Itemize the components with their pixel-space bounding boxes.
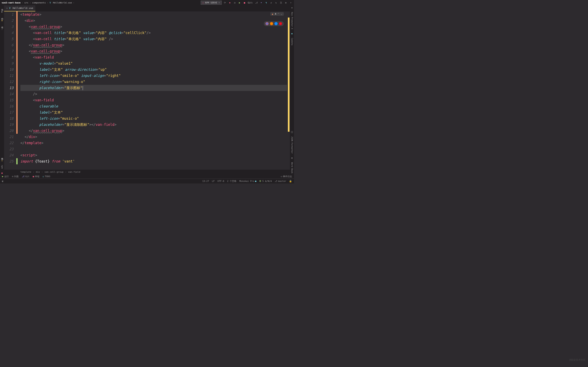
settings-icon[interactable]: ⊞ <box>284 1 287 4</box>
encoding[interactable]: UTF-8 <box>217 180 224 183</box>
codota-icon[interactable]: ◉ <box>291 33 293 35</box>
chevron-down-icon: ▾ <box>218 1 220 4</box>
terminal-icon: ▣ <box>33 175 34 178</box>
code-content[interactable]: <template> <div> <van-cell-group> <van-c… <box>16 11 287 170</box>
branch-icon: ⎇ <box>275 180 277 183</box>
color-scheme[interactable]: Monokai Pro ● <box>239 180 256 183</box>
sidebar-tab-codota[interactable]: Codota <box>291 37 293 46</box>
chrome-icon[interactable] <box>265 22 269 25</box>
sidebar-tab-favorites[interactable]: 收藏夹 <box>1 155 3 157</box>
git-toolbar: ⎇ ➤ ↯ ↺ ↻ <box>255 1 278 4</box>
problems-icon: ⊘ <box>12 175 13 178</box>
firefox-icon[interactable] <box>270 22 273 25</box>
todo-icon: ☑ <box>43 175 44 178</box>
book-icon[interactable]: ▤ <box>291 157 293 159</box>
run-config-label: NPM SERVE <box>205 1 217 4</box>
warning-count: 4 <box>275 13 276 15</box>
status-bar: ◧ 13:27 LF UTF-8 2 个空格 Monokai Pro ● ⛨ 5… <box>0 179 294 184</box>
editor: × V HelloWorld.vue 123456789101112131415… <box>4 5 290 174</box>
tool-run[interactable]: ▶ 运行 <box>2 175 9 178</box>
breadcrumb[interactable]: vue3-vant-base › src › components › V He… <box>2 1 201 4</box>
sidebar-tab-wordbook[interactable]: Word Book <box>291 161 293 174</box>
warning-icon: ▲ <box>272 13 273 15</box>
editor-scrollbar[interactable] <box>287 11 290 170</box>
chevron-right-icon: › <box>42 171 43 173</box>
git-branch[interactable]: ⎇ master <box>275 180 286 183</box>
power-save[interactable]: ⛨ 5 Δ/N/A <box>259 180 272 183</box>
reload-icon[interactable]: ⟳ <box>223 1 227 4</box>
bookmark-icon[interactable]: ☆ <box>1 28 3 30</box>
run-button[interactable]: ▶ <box>238 1 241 4</box>
translate-icon[interactable]: 文 <box>279 1 283 4</box>
vue-file-icon: V <box>9 7 10 9</box>
sidebar-tab-bookmarks[interactable]: 书签 <box>1 24 3 26</box>
close-icon[interactable]: × <box>6 7 8 10</box>
history-icon[interactable]: ↺ <box>269 1 273 4</box>
tool-event-log[interactable]: ▭ 事件日志 <box>281 175 292 178</box>
safari-icon[interactable] <box>274 22 278 25</box>
tab-filename: HelloWorld.vue <box>13 7 33 9</box>
tool-terminal[interactable]: ▣ 终端 <box>33 175 39 178</box>
opera-icon[interactable] <box>279 22 282 25</box>
stop-button[interactable]: ■ <box>243 1 246 4</box>
project-icon[interactable]: ◧ <box>1 11 3 13</box>
editor-tab-active[interactable]: × V HelloWorld.vue <box>4 5 35 11</box>
plugin-icon[interactable]: ◈ <box>291 7 293 9</box>
cursor-position[interactable]: 13:27 <box>202 180 209 183</box>
sidebar-tab-npm[interactable]: npm <box>1 164 3 169</box>
json-icon[interactable]: {} <box>291 131 293 133</box>
star-icon[interactable]: ★ <box>1 159 3 162</box>
run-configuration-selector[interactable]: ⬚ NPM SERVE ▾ <box>201 1 222 5</box>
theme-dot-icon: ● <box>255 180 256 183</box>
sidebar-tab-project[interactable]: 项目 <box>1 7 3 8</box>
chevron-right-icon: › <box>65 171 67 173</box>
search-icon[interactable]: ⌕ <box>289 1 292 4</box>
tool-window-bar: ▶ 运行 ⊘ 问题 ⎇ Git ▣ 终端 ☑ TODO ▭ 事件日志 <box>0 174 294 179</box>
lock-icon[interactable]: 🔒 <box>289 180 292 183</box>
breadcrumb-node[interactable]: div <box>36 171 40 173</box>
breadcrumb-segment[interactable]: components <box>32 1 46 4</box>
sidebar-tab-structure[interactable]: 结构 <box>1 15 3 17</box>
scrollbar-thumb[interactable] <box>288 17 290 132</box>
run-icon: ▶ <box>2 175 3 178</box>
breadcrumb-node[interactable]: van-field <box>68 171 80 173</box>
editor-tab-bar: × V HelloWorld.vue <box>4 5 290 11</box>
breadcrumb-node[interactable]: template <box>20 171 31 173</box>
debug-icon[interactable]: ✱ <box>228 1 232 4</box>
push-icon[interactable]: ➤ <box>260 1 263 4</box>
status-indicator-icon[interactable]: ◧ <box>2 180 3 183</box>
breadcrumb-node[interactable]: van-cell-group <box>44 171 63 173</box>
vue-file-icon: V <box>50 1 51 4</box>
rollback-icon[interactable]: ↻ <box>274 1 278 4</box>
structure-icon[interactable]: ⊟ <box>1 19 3 22</box>
tool-git[interactable]: ⎇ Git <box>22 175 29 178</box>
pull-icon[interactable]: ↯ <box>265 1 268 4</box>
line-separator[interactable]: LF <box>212 180 215 183</box>
toolbar-right: ⬚ NPM SERVE ▾ ⟳ ✱ ◔ ▶ ■ Git: ⎇ ➤ ↯ ↺ ↻ 文… <box>201 1 292 5</box>
nav-down-icon[interactable]: ⌄ <box>281 13 282 15</box>
line-number-gutter: 1234567891011121314151617181920212223242… <box>4 11 16 170</box>
structure-breadcrumb[interactable]: template › div › van-cell-group › van-fi… <box>4 170 290 174</box>
npm-icon: ⬚ <box>203 1 204 4</box>
git-label: Git: <box>248 1 253 4</box>
code-editor[interactable]: 1234567891011121314151617181920212223242… <box>4 11 290 170</box>
breadcrumb-file[interactable]: HelloWorld.vue <box>53 1 72 4</box>
branch-icon[interactable]: ⎇ <box>255 1 258 4</box>
inspection-widget[interactable]: ▲ 4 ^ ⌄ <box>270 12 284 16</box>
sidebar-tab-json[interactable]: JSON Formatter <box>291 136 293 154</box>
git-icon: ⎇ <box>22 175 25 178</box>
sidebar-tab-keypromoter[interactable]: Key Promoter X <box>291 11 293 30</box>
nav-up-icon[interactable]: ^ <box>278 13 279 15</box>
shield-icon: ⛨ <box>259 180 261 183</box>
log-icon: ▭ <box>281 175 282 178</box>
tool-todo[interactable]: ☑ TODO <box>43 175 50 178</box>
chevron-right-icon: › <box>22 1 23 4</box>
breadcrumb-segment[interactable]: src <box>24 1 28 4</box>
npm-icon[interactable]: ▣ <box>1 172 3 174</box>
coverage-icon[interactable]: ◔ <box>233 1 236 4</box>
breadcrumb-project[interactable]: vue3-vant-base <box>2 1 21 4</box>
chevron-right-icon: › <box>30 1 31 4</box>
indent-settings[interactable]: 2 个空格 <box>227 180 236 183</box>
tool-problems[interactable]: ⊘ 问题 <box>12 175 19 178</box>
browser-preview-widget[interactable] <box>264 21 284 26</box>
